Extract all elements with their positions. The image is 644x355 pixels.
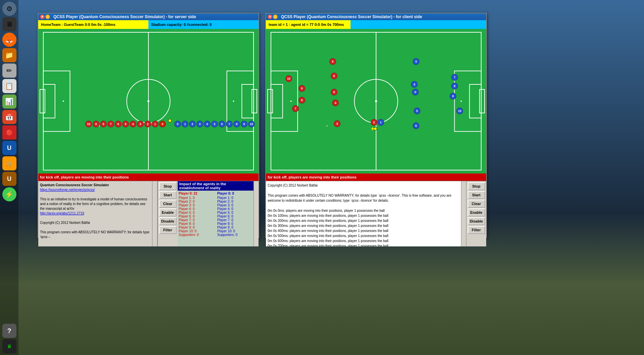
- server-blue-p5: 5: [211, 121, 218, 127]
- client-red-p9: 9: [298, 85, 305, 92]
- taskbar-icon-0[interactable]: ⚙: [2, 2, 16, 16]
- server-titlebar: ✕ − QCSS Player (Quantum Consciousness S…: [38, 13, 259, 20]
- client-log-line6: 0m 0s 600ms: players are moving into the…: [268, 238, 459, 243]
- client-msg-bar: for kick off, players are moving into th…: [266, 173, 486, 181]
- server-min-btn[interactable]: −: [45, 14, 50, 19]
- server-stats-col1: Player 0: 22 Player 1: 0 Player 2: 0 Pla…: [179, 192, 214, 245]
- server-stats-row1-c1: Player 1: 0: [179, 196, 214, 200]
- client-log-scrollbar[interactable]: [461, 181, 466, 246]
- client-marker-l: •: [326, 124, 328, 128]
- server-red-p9: 9: [93, 121, 99, 127]
- client-clear-button[interactable]: Clear: [468, 200, 485, 208]
- server-stats-row5-c1: Player 5: 0: [179, 211, 214, 214]
- taskbar-icon-amazon[interactable]: 🛒: [2, 156, 16, 170]
- client-blue-p7: 7: [451, 74, 458, 81]
- client-enable-button[interactable]: Enable: [468, 208, 485, 216]
- server-blue-p1: 1: [182, 121, 188, 127]
- server-stats-row3-c1: Player 3: 0: [179, 203, 214, 207]
- server-start-button[interactable]: Start: [159, 191, 177, 199]
- server-stop-button[interactable]: Stop: [159, 182, 177, 190]
- server-filter-button[interactable]: Filter: [159, 226, 177, 234]
- taskbar-icon-spreadsheet[interactable]: 📊: [2, 94, 16, 109]
- taskbar-icon-u2[interactable]: U: [2, 172, 16, 186]
- client-log-line0: 0m 0s 0ms: players are moving into their…: [268, 208, 459, 213]
- client-red-p3: 3: [334, 120, 340, 127]
- taskbar-icon-firefox[interactable]: 🦊: [2, 33, 16, 47]
- server-red-p4: 4: [130, 121, 136, 127]
- client-blue-p3: 3: [413, 58, 419, 65]
- taskbar-icon-u1[interactable]: U: [2, 141, 16, 155]
- server-disable-button[interactable]: Disable: [159, 217, 177, 225]
- server-soccer-field: 10 9 8 7 6 5 4 3 2 1 0 + 0 1 2 3 4 5 6 7…: [38, 29, 259, 173]
- server-stats-row4-c1: Player 4: 0: [179, 207, 214, 211]
- client-red-p4: 4: [332, 100, 339, 106]
- client-window-controls[interactable]: ✕ −: [268, 14, 278, 19]
- server-ball-marker: +: [168, 118, 171, 124]
- taskbar-icon-qt[interactable]: ⚡: [2, 187, 16, 201]
- taskbar-icon-files[interactable]: 📁: [2, 48, 16, 62]
- svg-point-17: [375, 100, 377, 102]
- server-stats-scrollbar[interactable]: [254, 181, 259, 246]
- client-filter-button[interactable]: Filter: [468, 226, 485, 234]
- client-stop-button[interactable]: Stop: [468, 182, 485, 190]
- client-min-btn[interactable]: −: [273, 14, 278, 19]
- client-log-line2: 0m 0s 200ms: players are moving into the…: [268, 218, 459, 223]
- server-stats-row7-c2: Player 7: 0: [217, 218, 252, 222]
- server-link-sf[interactable]: https://sourceforge.net/projects/qcss/: [40, 188, 95, 192]
- server-status-left: HomeTeam : GuestTeam 0:0 0m 0s -100ms: [38, 20, 148, 29]
- taskbar-icon-red[interactable]: 🔴: [2, 125, 16, 140]
- server-red-p8: 8: [100, 121, 107, 127]
- server-red-p6: 6: [115, 121, 122, 127]
- taskbar-left: ⚙ 🖥 🦊 📁 ✏ 📋 📊 📅 🔴 U 🛒 U ⚡ ? 🖥: [0, 0, 18, 355]
- client-blue-p8: 8: [451, 83, 458, 89]
- server-bottom-panel: Quantum Consciousness Soccer Simulator h…: [38, 181, 259, 246]
- client-window: ✕ − QCSS Player (Quantum Consciousness S…: [265, 13, 487, 238]
- server-text-scrollbar[interactable]: [152, 181, 157, 246]
- taskbar-icon-calendar[interactable]: 📅: [2, 110, 16, 124]
- client-status-right: [351, 20, 486, 29]
- server-clear-button[interactable]: Clear: [159, 200, 177, 208]
- client-log-container: Copyright (C) 2012 Norbert Bátfai This p…: [266, 181, 466, 246]
- client-disable-button[interactable]: Disable: [468, 217, 485, 225]
- svg-point-12: [233, 101, 234, 102]
- server-copyright: Copyright (C) 2012 Norbert Bátfai: [40, 221, 90, 225]
- server-close-btn[interactable]: ✕: [40, 14, 45, 19]
- client-red-p0: 0: [331, 89, 337, 95]
- client-red-p7: 7: [292, 105, 299, 112]
- server-stats-col1-header: Player 0: 22: [179, 192, 214, 195]
- svg-point-25: [460, 101, 462, 102]
- taskbar-icon-terminal[interactable]: 🖥: [2, 339, 16, 353]
- client-log-line3: 0m 0s 300ms: players are moving into the…: [268, 223, 459, 228]
- client-status-bar: team id = 1 : agent id = 77 0:0 0m 0s 70…: [266, 20, 486, 29]
- server-stats-row6-c2: Player 6: 0: [217, 214, 252, 218]
- server-blue-p0: 0: [174, 121, 181, 127]
- server-enable-button[interactable]: Enable: [159, 208, 177, 216]
- client-start-button[interactable]: Start: [468, 191, 485, 199]
- client-close-btn[interactable]: ✕: [268, 14, 272, 19]
- client-log-line5: 0m 0s 500ms: players are moving into the…: [268, 233, 459, 238]
- server-stats-row2-c1: Player 2: 0: [179, 200, 214, 203]
- server-blue-p2: 2: [189, 121, 196, 127]
- client-red-p6: 6: [329, 58, 336, 65]
- svg-point-24: [290, 101, 292, 102]
- taskbar-icon-help[interactable]: ?: [2, 324, 16, 338]
- taskbar-icon-1[interactable]: 🖥: [2, 17, 16, 31]
- server-link-arxiv[interactable]: http://arxiv.org/abs/1211.2719: [40, 211, 84, 215]
- taskbar-icon-edit[interactable]: ✏: [2, 64, 16, 78]
- client-blue-p5: 5: [414, 108, 420, 114]
- server-window-title: QCSS Player (Quantum Consciousness Socce…: [53, 14, 196, 19]
- client-window-title: QCSS Player (Quantum Consciousness Socce…: [281, 14, 422, 19]
- client-blue-p1: 1: [377, 119, 384, 126]
- server-marker-l: •: [99, 124, 100, 128]
- server-stats-row10-c1: Player 10: 0: [179, 229, 214, 233]
- server-window-controls[interactable]: ✕ −: [40, 14, 50, 19]
- server-stats-row4-c2: Player 4: 0: [217, 207, 252, 211]
- server-blue-p3: 3: [196, 121, 203, 127]
- client-log-copyright: Copyright (C) 2012 Norbert Bátfai: [268, 183, 459, 188]
- server-stats-row8-c1: Player 8: 0: [179, 222, 214, 226]
- svg-point-11: [63, 101, 64, 102]
- taskbar-icon-notes[interactable]: 📋: [2, 79, 16, 93]
- server-red-p3: 3: [137, 121, 144, 127]
- server-red-p7: 7: [107, 121, 114, 127]
- client-log-line7: 0m 0s 700ms: players are moving into the…: [268, 243, 459, 246]
